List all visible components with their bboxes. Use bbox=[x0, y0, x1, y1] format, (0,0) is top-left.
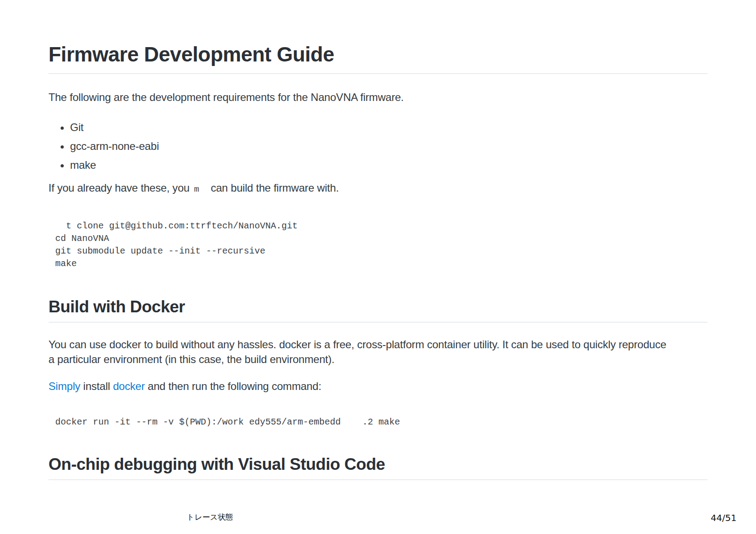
footer-page-number: 44/51 bbox=[711, 512, 737, 523]
requirement-item-git: Git bbox=[70, 118, 708, 137]
inline-code-m: m bbox=[194, 184, 199, 194]
docker-description-paragraph: You can use docker to build without any … bbox=[48, 337, 668, 367]
vscode-section-heading: On-chip debugging with Visual Studio Cod… bbox=[48, 455, 708, 480]
install-sentence-middle: install bbox=[80, 380, 113, 392]
prereq-sentence-before: If you already have these, you bbox=[48, 182, 189, 194]
install-sentence: Simply install docker and then run the f… bbox=[48, 379, 708, 394]
document-content: Firmware Development Guide The following… bbox=[48, 42, 708, 480]
document-page: Firmware Development Guide The following… bbox=[0, 0, 756, 534]
prereq-sentence: If you already have these, youmcan build… bbox=[48, 181, 708, 197]
git-clone-code-block: t clone git@github.com:ttrftech/NanoVNA.… bbox=[48, 220, 708, 270]
requirement-item-make: make bbox=[70, 156, 708, 175]
docker-run-code-block: docker run -it --rm -v $(PWD):/work edy5… bbox=[48, 416, 708, 429]
footer-trace-label: トレース状態 bbox=[187, 512, 233, 522]
install-sentence-after: and then run the following command: bbox=[145, 380, 321, 392]
requirement-item-gcc: gcc-arm-none-eabi bbox=[70, 137, 708, 156]
requirements-list: Git gcc-arm-none-eabi make bbox=[48, 118, 708, 175]
docker-link[interactable]: docker bbox=[113, 380, 145, 392]
simply-link[interactable]: Simply bbox=[48, 380, 80, 392]
page-title: Firmware Development Guide bbox=[48, 42, 708, 74]
prereq-sentence-after: can build the firmware with. bbox=[211, 182, 338, 194]
docker-section-heading: Build with Docker bbox=[48, 297, 708, 323]
intro-paragraph: The following are the development requir… bbox=[48, 90, 708, 105]
